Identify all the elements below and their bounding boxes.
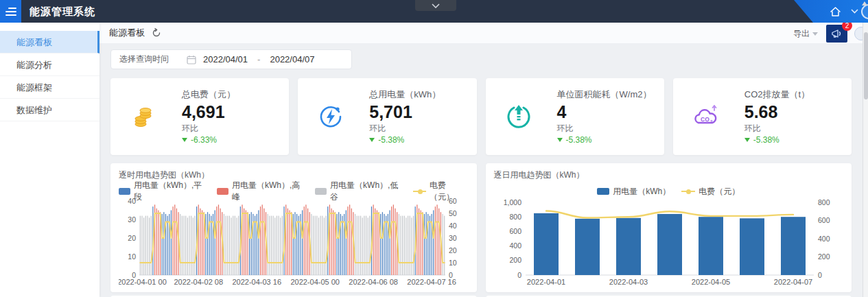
svg-text:10: 10 (128, 252, 136, 261)
kpi-label: 单位面积能耗（W/m2） (557, 88, 652, 101)
svg-text:2022-04-05: 2022-04-05 (691, 278, 729, 286)
sidebar-item-data-maintenance[interactable]: 数据维护 (0, 99, 99, 121)
svg-text:200: 200 (818, 252, 830, 261)
svg-text:2022-04-06 08: 2022-04-06 08 (349, 278, 398, 286)
svg-text:2022-04-02 08: 2022-04-02 08 (174, 278, 223, 286)
filter-row: 选择查询时间 2022/04/01 - 2022/04/07 (99, 43, 863, 69)
svg-text:400: 400 (509, 241, 521, 250)
kpi-compare-label: 环比 (744, 123, 810, 134)
home-button[interactable] (830, 6, 841, 17)
kpi-change-value: -5.38% (566, 135, 592, 145)
kpi-card-total-usage: 总用电量（kWh） 5,701 环比 -5.38% (298, 78, 476, 155)
chevron-down-icon (432, 3, 440, 8)
svg-text:800: 800 (509, 213, 521, 221)
vertical-scrollbar[interactable] (863, 23, 868, 297)
arrow-down-icon (557, 138, 563, 142)
kpi-change: -6.33% (182, 135, 235, 145)
sidebar-item-energy-framework[interactable]: 能源框架 (0, 76, 99, 99)
topbar-right-panel (786, 0, 868, 23)
hamburger-icon (5, 5, 16, 18)
svg-text:200: 200 (509, 256, 521, 264)
svg-text:50: 50 (449, 209, 457, 217)
svg-text:CO: CO (701, 116, 709, 123)
sidebar-item-energy-board[interactable]: 能源看板 (0, 31, 99, 54)
date-picker-label: 选择查询时间 (119, 54, 169, 65)
svg-text:600: 600 (818, 216, 830, 224)
svg-text:40: 40 (128, 197, 136, 205)
toolbar-row: 能源看板 导出 2 (99, 23, 863, 43)
kpi-card-energy-intensity: 单位面积能耗（W/m2） 4 环比 -5.38% (486, 78, 664, 155)
daily-usage-chart: 02004006008001,00002004006008002022-04-0… (494, 197, 844, 289)
kpi-label: 总电费（元） (182, 88, 235, 101)
svg-text:2022-04-01 00: 2022-04-01 00 (119, 278, 167, 286)
start-date-value[interactable]: 2022/04/01 (203, 54, 248, 64)
svg-text:2022-04-03 16: 2022-04-03 16 (232, 278, 281, 286)
topbar-dropdown-button[interactable] (851, 9, 858, 14)
sidebar-item-energy-analysis[interactable]: 能源分析 (0, 54, 99, 76)
notification-button[interactable]: 2 (826, 25, 847, 43)
svg-text:2022-04-07 16: 2022-04-07 16 (407, 278, 456, 286)
kpi-value: 4,691 (182, 102, 235, 122)
svg-text:40: 40 (449, 222, 457, 230)
hourly-usage-chart: 01020304001020304050602022-04-01 002022-… (119, 197, 469, 289)
legend-swatch (217, 188, 228, 195)
date-range-picker[interactable]: 选择查询时间 2022/04/01 - 2022/04/07 (110, 49, 352, 69)
svg-text:2022-04-01: 2022-04-01 (526, 278, 565, 286)
legend-swatch (597, 188, 609, 195)
user-avatar[interactable] (861, 4, 868, 19)
kpi-compare-label: 环比 (369, 123, 441, 134)
kpi-row: 总电费（元） 4,691 环比 -6.33% (99, 69, 863, 155)
chevron-down-icon (851, 9, 858, 14)
svg-text:30: 30 (449, 234, 457, 242)
calendar-icon (187, 55, 196, 64)
help-button[interactable] (854, 27, 863, 40)
charts-row: 逐时用电趋势图（kWh） 用电量（kWh）,平段用电量（kWh）,高峰用电量（k… (99, 155, 863, 292)
home-icon (830, 6, 841, 17)
kpi-card-total-cost: 总电费（元） 4,691 环比 -6.33% (110, 78, 289, 155)
kpi-text: 总用电量（kWh） 5,701 环比 -5.38% (369, 88, 441, 145)
legend-label: 用电量（kWh） (613, 186, 670, 198)
electricity-icon (316, 104, 346, 130)
hourly-chart-legend: 用电量（kWh）,平段用电量（kWh）,高峰用电量（kWh）,低谷电费（元） (119, 186, 469, 197)
kpi-text: CO2排放量（t） 5.68 环比 -5.38% (744, 88, 810, 145)
date-range-separator: - (257, 54, 260, 64)
svg-text:0: 0 (818, 271, 822, 279)
refresh-button[interactable] (152, 28, 161, 38)
co2-cloud-icon: CO 2 (691, 104, 721, 130)
export-button[interactable]: 导出 (793, 28, 818, 40)
kpi-text: 总电费（元） 4,691 环比 -6.33% (182, 88, 235, 145)
kpi-label: CO2排放量（t） (744, 88, 810, 101)
menu-toggle-button[interactable] (0, 0, 21, 23)
legend-item[interactable]: 电费（元） (681, 186, 740, 198)
legend-item[interactable]: 用电量（kWh） (597, 186, 670, 198)
energy-dashboard: 能源管理系统 能源看板 能源分析 能源框架 数据维护 能源看板 (0, 0, 868, 297)
svg-text:2022-04-03: 2022-04-03 (609, 278, 647, 286)
end-date-value[interactable]: 2022/04/07 (270, 54, 314, 64)
sidebar: 能源看板 能源分析 能源框架 数据维护 (0, 23, 99, 297)
kpi-card-co2-emission: CO 2 CO2排放量（t） 5.68 环比 -5.38% (673, 78, 852, 155)
svg-text:30: 30 (128, 215, 136, 224)
svg-text:20: 20 (128, 234, 136, 242)
arrow-down-icon (369, 138, 375, 142)
kpi-change: -5.38% (744, 135, 810, 145)
scrollbar-up-arrow[interactable] (862, 1, 867, 5)
arrow-down-icon (182, 138, 187, 142)
kpi-compare-label: 环比 (182, 123, 235, 134)
kpi-compare-label: 环比 (557, 123, 652, 134)
notification-badge: 2 (842, 23, 852, 31)
svg-text:0: 0 (517, 271, 521, 279)
announcement-icon (832, 29, 843, 38)
next-row-peek (99, 292, 863, 297)
kpi-change-value: -5.38% (753, 135, 779, 145)
daily-chart-legend: 用电量（kWh）电费（元） (494, 186, 844, 197)
topbar: 能源管理系统 (0, 0, 868, 23)
topbar-collapse-tab[interactable] (415, 0, 456, 11)
scrollbar-thumb[interactable] (864, 32, 868, 99)
legend-label: 电费（元） (699, 186, 740, 198)
chevron-down-icon (812, 32, 818, 36)
main-content: 能源看板 导出 2 (99, 23, 863, 297)
legend-swatch (119, 188, 130, 195)
legend-line-swatch (681, 188, 695, 195)
kpi-label: 总用电量（kWh） (369, 88, 441, 101)
kpi-change-value: -6.33% (191, 135, 217, 145)
